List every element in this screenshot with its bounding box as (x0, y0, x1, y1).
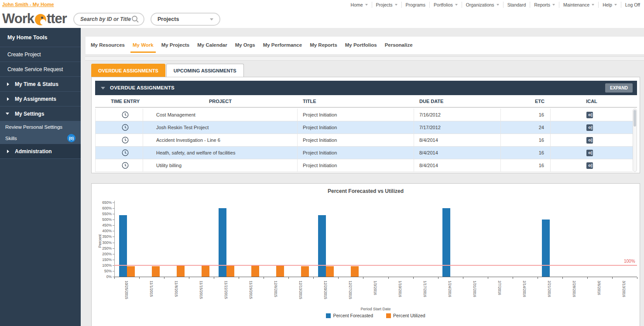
ical-outlook-icon[interactable]: o (586, 162, 593, 169)
expand-button[interactable]: EXPAND (605, 83, 633, 93)
tab-my-calendar[interactable]: My Calendar (193, 37, 231, 53)
x-tick-mark (587, 277, 588, 279)
topnav-log-off[interactable]: Log Off (621, 2, 644, 8)
topnav-portfolios[interactable]: Portfolios (430, 2, 462, 8)
collapse-icon[interactable] (101, 87, 105, 89)
cell-time-entry (96, 121, 143, 134)
time-entry-clock-icon[interactable] (122, 149, 129, 156)
bar-utilized[interactable] (177, 265, 185, 277)
topnav-organizations[interactable]: Organizations (462, 2, 504, 8)
cell-due-date: 8/4/2014 (414, 159, 501, 172)
table-row[interactable]: Accident Investigation - Line 6Project I… (96, 134, 633, 147)
bar-utilized[interactable] (226, 265, 234, 277)
x-tick-label: 11/22/2015 (224, 281, 228, 308)
column-header-project[interactable]: PROJECT (143, 95, 298, 107)
time-entry-clock-icon[interactable] (122, 124, 129, 131)
bar-utilized[interactable] (326, 266, 334, 277)
tab-overdue-assignments[interactable]: OVERDUE ASSIGNMENTS (91, 64, 165, 77)
y-tick-label: 150% (95, 257, 112, 262)
time-entry-clock-icon[interactable] (122, 162, 129, 169)
search-box[interactable] (73, 13, 144, 26)
time-entry-clock-icon[interactable] (122, 137, 129, 144)
sidebar-item-my-settings[interactable]: My Settings (0, 106, 81, 121)
scrollbar-thumb[interactable] (634, 110, 636, 127)
column-header-due-date[interactable]: DUE DATE (414, 95, 501, 107)
topnav-programs[interactable]: Programs (402, 2, 430, 8)
tab-my-resources[interactable]: My Resources (87, 37, 129, 53)
sidebar-item-my-assignments[interactable]: My Assignments (0, 92, 81, 106)
ical-outlook-icon[interactable]: o (586, 137, 593, 144)
sidebar-item-my-time-status[interactable]: My Time & Status (0, 77, 81, 92)
topnav-home[interactable]: Home (347, 2, 372, 8)
tab-personalize[interactable]: Personalize (381, 37, 417, 53)
sidebar-item-review-personal-settings[interactable]: Review Personal Settings (0, 121, 81, 133)
bar-utilized[interactable] (202, 265, 209, 277)
column-header-etc[interactable]: ETC (501, 95, 551, 107)
table-scrollbar[interactable] (633, 109, 637, 172)
table-row[interactable]: Cost ManagementProject Initiation7/16/20… (96, 109, 633, 121)
bar-utilized[interactable] (152, 266, 160, 277)
y-tick-mark (113, 220, 114, 220)
bar-forecasted[interactable] (542, 220, 550, 277)
tab-my-projects[interactable]: My Projects (158, 37, 194, 53)
cell-ical: o (551, 134, 628, 146)
x-tick-label: 12/20/2015 (323, 281, 328, 308)
topnav-projects[interactable]: Projects (372, 2, 402, 8)
x-tick-label: 2/7/2016 (497, 281, 502, 308)
tab-upcoming-assignments[interactable]: UPCOMING ASSIGNMENTS (166, 64, 244, 77)
tab-my-reports[interactable]: My Reports (306, 37, 341, 53)
tab-my-work[interactable]: My Work (129, 37, 158, 53)
tab-my-portfolios[interactable]: My Portfolios (341, 37, 381, 53)
ical-outlook-icon[interactable]: o (586, 150, 593, 156)
topnav-label: Standard (507, 2, 526, 8)
bar-utilized[interactable] (127, 266, 135, 277)
table-row[interactable]: Utility billingProject Initiation8/4/201… (96, 159, 633, 172)
tab-my-performance[interactable]: My Performance (259, 37, 306, 53)
table-row[interactable]: Heath, safety, and welfare of facilities… (96, 147, 633, 159)
x-tick-mark (363, 277, 363, 279)
x-tick-mark (538, 277, 538, 279)
column-header-ical[interactable]: ICAL (551, 95, 633, 107)
table-row[interactable]: Josh Reskin Test ProjectProject Initiati… (96, 121, 633, 134)
x-tick-mark (388, 277, 389, 279)
bar-utilized[interactable] (351, 266, 359, 277)
x-tick-label: 1/10/2016 (398, 281, 402, 308)
y-tick-mark (113, 231, 114, 231)
chevron-down-icon (592, 4, 594, 6)
bar-utilized[interactable] (276, 265, 284, 277)
search-icon[interactable] (131, 15, 140, 24)
sidebar-item-create-service-request[interactable]: Create Service Request (0, 62, 81, 77)
tab-my-orgs[interactable]: My Orgs (231, 37, 259, 53)
topnav-maintenance[interactable]: Maintenance (559, 2, 599, 8)
column-header-time-entry[interactable]: TIME ENTRY (95, 95, 143, 107)
topnav-reports[interactable]: Reports (530, 2, 559, 8)
time-entry-clock-icon[interactable] (122, 111, 129, 118)
topnav-standard[interactable]: Standard (504, 2, 531, 8)
bar-forecasted[interactable] (119, 215, 127, 277)
ical-outlook-icon[interactable]: o (586, 124, 593, 131)
bar-forecasted[interactable] (219, 208, 226, 277)
topnav-label: Programs (406, 2, 426, 8)
search-input[interactable] (80, 16, 131, 22)
sidebar-item-skills[interactable]: Skills(0) (0, 133, 81, 144)
bar-utilized[interactable] (301, 266, 309, 277)
x-tick-label: 10/25/2015 (124, 281, 129, 308)
scope-select-value: Projects (158, 16, 179, 22)
x-tick-label: 11/8/2015 (174, 281, 178, 308)
bar-utilized[interactable] (251, 265, 259, 277)
topnav-label: Help (603, 2, 612, 8)
bar-forecasted[interactable] (442, 208, 450, 277)
y-tick-label: 250% (95, 246, 112, 251)
sidebar-item-administration[interactable]: Administration (0, 144, 81, 159)
user-home-link[interactable]: John Smith - My Home (2, 2, 54, 7)
ical-outlook-icon[interactable]: o (586, 112, 593, 118)
column-header-title[interactable]: TITLE (298, 95, 414, 107)
bar-forecasted[interactable] (318, 215, 326, 277)
topnav-help[interactable]: Help (599, 2, 621, 8)
x-tick-mark (413, 277, 414, 279)
x-tick-label: 12/27/2015 (348, 281, 353, 308)
chart-legend: Percent ForecastedPercent Utilized (114, 313, 637, 318)
x-tick-label: 1/24/2016 (448, 281, 452, 308)
sidebar-item-create-project[interactable]: Create Project (0, 47, 81, 62)
scope-select[interactable]: Projects (151, 13, 220, 26)
